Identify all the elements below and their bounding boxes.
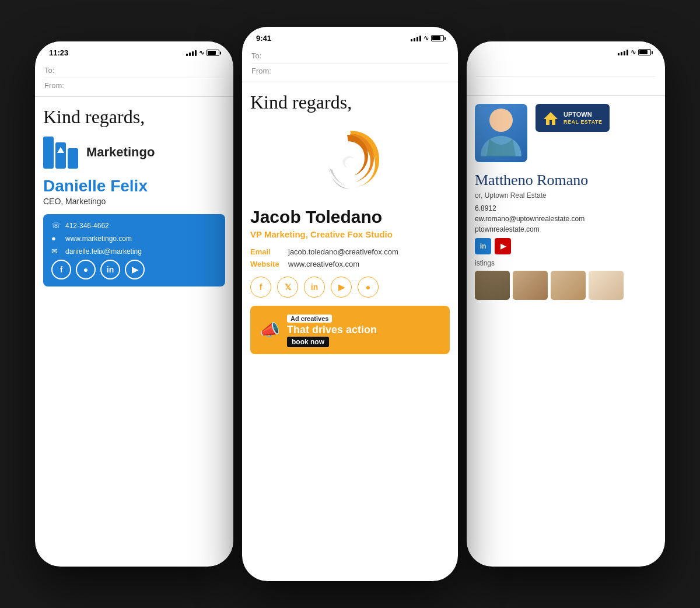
phone-right: ∿ [467, 41, 665, 567]
house-icon [542, 110, 559, 126]
uptown-name: UPTOWN [564, 111, 603, 118]
battery-center [431, 35, 444, 41]
svg-marker-2 [544, 112, 558, 125]
wifi-icon-center: ∿ [424, 34, 429, 42]
battery-left [206, 50, 219, 56]
status-right-right: ∿ [618, 48, 651, 56]
fox-logo [312, 122, 388, 198]
facebook-icon-left[interactable]: f [51, 260, 71, 279]
person-name-center: Jacob Toledano [250, 207, 450, 227]
youtube-icon-right[interactable]: ▶ [495, 238, 511, 254]
phones-container: 11:23 ∿ To: From: Kind regards, [0, 0, 700, 608]
phone-icon: ☏ [51, 221, 61, 230]
social-icons-left: f ● in ▶ [51, 260, 217, 279]
left-logo: Marketingo [43, 137, 225, 169]
listing-3 [551, 271, 586, 300]
email-from-center: From: [251, 64, 449, 78]
email-header-left: To: From: [35, 60, 233, 97]
company-name-left: Marketingo [86, 145, 155, 160]
uptown-logo-box: UPTOWN REAL ESTATE [536, 104, 610, 132]
megaphone-icon: 📣 [260, 320, 280, 340]
wifi-icon-left: ∿ [199, 49, 204, 57]
phone-right-row: 6.8912 [475, 204, 657, 212]
center-logo-wrap [250, 122, 450, 198]
listings-label: istings [475, 259, 657, 267]
website-left: www.marketingo.com [65, 235, 132, 243]
linkedin-icon-left[interactable]: in [100, 260, 120, 279]
website-value-center: www.creativefox.com [288, 260, 359, 268]
email-to-left: To: [44, 63, 224, 78]
linkedin-icon-center[interactable]: in [304, 277, 325, 298]
email-from-left: From: [44, 78, 224, 93]
email-header-right [467, 58, 665, 96]
website-label-center: Website [250, 260, 282, 268]
youtube-icon-center[interactable]: ▶ [331, 277, 352, 298]
phone-left: 11:23 ∿ To: From: Kind regards, [35, 41, 233, 567]
left-email-content: Kind regards, Marketingo Danielle Felix … [35, 97, 233, 303]
person-title-left: CEO, Marketingo [43, 197, 225, 206]
website-right-row: ptownrealestate.com [475, 225, 657, 233]
website-contact-row: Website www.creativefox.com [250, 260, 450, 268]
person-svg [475, 104, 527, 162]
email-label-center: Email [250, 247, 282, 256]
status-right-center: ∿ [411, 34, 444, 42]
email-right-row: ew.romano@uptownrealestate.com [475, 215, 657, 223]
listing-1 [475, 271, 510, 300]
person-name-right: Mattheno Romano [475, 172, 657, 189]
time-center: 9:41 [256, 34, 271, 43]
cursive-center: Kind regards, [250, 90, 450, 115]
email-to-right [476, 62, 656, 77]
svg-point-1 [489, 109, 513, 132]
ad-banner[interactable]: 📣 Ad creatives That drives action book n… [250, 306, 450, 355]
uptown-sub: REAL ESTATE [564, 119, 603, 125]
facebook-icon-center[interactable]: f [250, 277, 271, 298]
linkedin-icon-right[interactable]: in [475, 238, 491, 254]
status-bar-right: ∿ [467, 41, 665, 58]
ad-tag: Ad creatives [287, 315, 332, 323]
status-bar-center: 9:41 ∿ [242, 27, 458, 45]
email-to-center: To: [251, 48, 449, 64]
center-email-content: Kind regards, Jacob [242, 82, 458, 362]
youtube-icon-left[interactable]: ▶ [125, 260, 145, 279]
signal-bars-center [411, 36, 421, 41]
person-title-right: or, Uptown Real Estate [475, 191, 657, 200]
social-icons-center: f 𝕏 in ▶ ● [250, 277, 450, 298]
battery-right [638, 49, 651, 55]
listing-2 [513, 271, 548, 300]
email-value-center: jacob.toledano@creativefox.com [288, 247, 398, 256]
instagram-icon-center[interactable]: ● [358, 277, 379, 298]
person-title-center: VP Marketing, Creative Fox Studio [250, 229, 450, 239]
phone-center: 9:41 ∿ To: From: Kind regards, [242, 27, 458, 581]
profile-section: UPTOWN REAL ESTATE [475, 104, 657, 162]
email-row: ✉ danielle.felix@marketing [51, 247, 217, 256]
profile-photo [475, 104, 527, 162]
twitter-icon-center[interactable]: 𝕏 [277, 277, 298, 298]
wifi-icon-right: ∿ [631, 48, 636, 56]
title-prefix: VP Marketing, [250, 229, 310, 239]
ad-text-wrap: Ad creatives That drives action book now [287, 313, 440, 348]
status-right-left: ∿ [186, 49, 219, 57]
status-bar-left: 11:23 ∿ [35, 41, 233, 60]
email-icon: ✉ [51, 247, 61, 256]
email-contact-row: Email jacob.toledano@creativefox.com [250, 247, 450, 256]
company-orange: Creative Fox Studio [310, 229, 393, 239]
phone-row: ☏ 412-346-4662 [51, 221, 217, 230]
person-name-left: Danielle Felix [43, 177, 225, 195]
listings-row [475, 271, 657, 300]
signal-bars-left [186, 50, 197, 56]
signal-bars-right [618, 50, 628, 55]
social-right: in ▶ [475, 238, 657, 254]
instagram-icon-left[interactable]: ● [76, 260, 96, 279]
globe-icon: ● [51, 234, 61, 243]
email-left: danielle.felix@marketing [65, 247, 142, 256]
email-from-right [476, 77, 656, 92]
right-email-content: UPTOWN REAL ESTATE Mattheno Romano or, U… [467, 96, 665, 308]
time-left: 11:23 [49, 48, 68, 57]
cursive-left: Kind regards, [43, 105, 225, 130]
ad-headline: That drives action [287, 324, 440, 336]
phone-number: 412-346-4662 [65, 222, 109, 230]
marketingo-logo [43, 137, 78, 169]
email-header-center: To: From: [242, 45, 458, 82]
ad-cta[interactable]: book now [287, 337, 329, 347]
website-row: ● www.marketingo.com [51, 234, 217, 243]
